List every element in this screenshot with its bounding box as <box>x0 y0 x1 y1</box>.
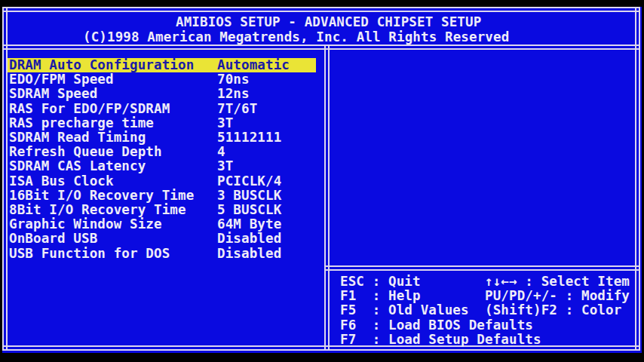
help-line: F6 : Load BIOS Defaults <box>340 318 533 333</box>
panel-divider-line <box>324 44 330 351</box>
setting-row-dram-auto-configuration[interactable]: DRAM Auto ConfigurationAutomatic <box>8 58 316 72</box>
setting-label: EDO/FPM Speed <box>9 72 114 87</box>
setting-label: SDRAM CAS Latency <box>9 159 146 173</box>
frame-left-border <box>2 7 8 351</box>
setting-row-refresh-queue-depth[interactable]: Refresh Queue Depth4 <box>8 145 316 159</box>
setting-label: Graphic Window Size <box>9 217 162 232</box>
setting-value: 4 <box>217 145 225 159</box>
help-line: ESC : Quit ↑↓←→ : Select Item <box>340 275 630 289</box>
header-separator-line <box>2 44 640 50</box>
setting-label: USB Function for DOS <box>9 247 170 261</box>
setting-label: RAS For EDO/FP/SDRAM <box>9 102 170 116</box>
help-line: F1 : Help PU/PD/+/- : Modify <box>340 289 630 303</box>
frame-right-border <box>635 7 640 351</box>
setting-value: 12ns <box>217 87 250 101</box>
setting-value: 7T/6T <box>217 102 257 116</box>
setting-value: 64M Byte <box>217 217 281 232</box>
setting-row-sdram-cas-latency[interactable]: SDRAM CAS Latency3T <box>8 159 316 173</box>
setting-label: DRAM Auto Configuration <box>9 58 194 72</box>
info-panel <box>330 50 635 265</box>
setting-value: 70ns <box>217 72 250 87</box>
setting-value: 5 BUSCLK <box>217 203 281 217</box>
help-line: F7 : Load Setup Defaults <box>340 333 541 347</box>
help-line: F5 : Old Values (Shift)F2 : Color <box>340 303 621 318</box>
setting-value: Automatic <box>217 58 290 72</box>
setting-value: 3T <box>217 116 233 130</box>
setting-row-sdram-read-timing[interactable]: SDRAM Read Timing51112111 <box>8 130 316 145</box>
setting-label: Refresh Queue Depth <box>9 145 162 159</box>
help-separator-line <box>324 265 640 271</box>
frame-top-border <box>2 7 640 12</box>
setting-row-8bit-i-o-recovery-time[interactable]: 8Bit I/O Recovery Time5 BUSCLK <box>8 203 316 217</box>
setting-value: 3 BUSCLK <box>217 189 281 203</box>
setting-row-usb-function-for-dos[interactable]: USB Function for DOSDisabled <box>8 247 316 261</box>
setting-label: SDRAM Read Timing <box>9 130 146 145</box>
setting-value: Disabled <box>217 232 281 246</box>
setting-value: 3T <box>217 159 233 173</box>
setting-row-ras-for-edo-fp-sdram[interactable]: RAS For EDO/FP/SDRAM7T/6T <box>8 102 316 116</box>
setting-label: OnBoard USB <box>9 232 97 246</box>
setting-value: 51112111 <box>217 130 281 145</box>
setup-title: AMIBIOS SETUP - ADVANCED CHIPSET SETUP <box>176 15 481 29</box>
setting-label: RAS precharge time <box>9 116 154 130</box>
setting-label: ISA Bus Clock <box>9 174 114 189</box>
setting-row-edo-fpm-speed[interactable]: EDO/FPM Speed70ns <box>8 72 316 87</box>
setting-row-ras-precharge-time[interactable]: RAS precharge time3T <box>8 116 316 130</box>
setting-row-isa-bus-clock[interactable]: ISA Bus ClockPCICLK/4 <box>8 174 316 189</box>
copyright-line: (C)1998 American Megatrends, Inc. All Ri… <box>83 30 509 44</box>
setting-value: Disabled <box>217 247 281 261</box>
setting-label: SDRAM Speed <box>9 87 97 101</box>
setting-row-onboard-usb[interactable]: OnBoard USBDisabled <box>8 232 316 246</box>
setting-label: 16Bit I/O Recovery Time <box>9 189 194 203</box>
setting-row-graphic-window-size[interactable]: Graphic Window Size64M Byte <box>8 217 316 232</box>
setting-label: 8Bit I/O Recovery Time <box>9 203 186 217</box>
setting-row-16bit-i-o-recovery-time[interactable]: 16Bit I/O Recovery Time3 BUSCLK <box>8 189 316 203</box>
setting-row-sdram-speed[interactable]: SDRAM Speed12ns <box>8 87 316 101</box>
setting-value: PCICLK/4 <box>217 174 281 189</box>
bios-screen: AMIBIOS SETUP - ADVANCED CHIPSET SETUP (… <box>0 0 644 362</box>
frame-bottom-border <box>2 345 640 351</box>
